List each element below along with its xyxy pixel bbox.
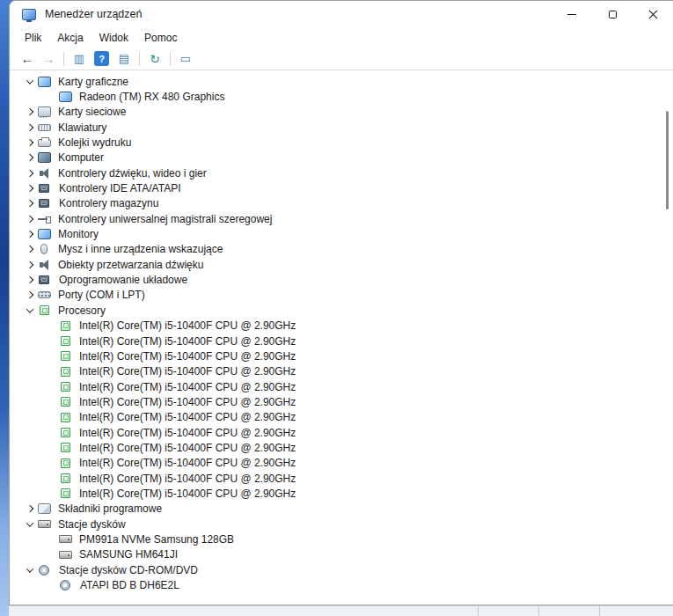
tree-row[interactable]: Karty sieciowe — [10, 105, 673, 120]
tree-item-label: Kontrolery IDE ATA/ATAPI — [57, 182, 181, 194]
monitor-icon — [38, 229, 51, 239]
tree-item-label: Intel(R) Core(TM) i5-10400F CPU @ 2.90GH… — [77, 335, 296, 348]
toolbar: ←→▥?▤↻▭ — [10, 48, 673, 70]
tree-row[interactable]: Karty graficzne — [10, 74, 673, 89]
tree-row[interactable]: Radeon (TM) RX 480 Graphics — [10, 89, 673, 104]
tree-row[interactable]: Mysz i inne urządzenia wskazujące — [10, 242, 673, 257]
tree-item-label: Stacje dysków CD-ROM/DVD — [57, 564, 198, 576]
taskbar[interactable] — [9, 605, 673, 616]
expander-chevron — [43, 319, 59, 334]
tree-row[interactable]: Oprogramowanie układowe — [10, 272, 673, 287]
tree-item-label: Kontrolery magazynu — [57, 197, 158, 209]
device-manager-app-icon — [22, 9, 36, 20]
tree-item-label: Kontrolery dźwięku, wideo i gier — [56, 167, 207, 180]
menu-item-widok[interactable]: Widok — [91, 30, 136, 46]
vertical-scrollbar-thumb[interactable] — [666, 111, 669, 209]
forward-button[interactable]: → — [38, 49, 59, 69]
display-adapter-icon — [38, 77, 51, 87]
tree-row[interactable]: Intel(R) Core(TM) i5-10400F CPU @ 2.90GH… — [10, 394, 673, 409]
device-tree: Karty graficzne Radeon (TM) RX 480 Graph… — [10, 70, 673, 605]
close-icon — [648, 10, 658, 19]
tree-row[interactable]: Kontrolery magazynu — [10, 196, 673, 211]
menu-item-plik[interactable]: Plik — [17, 30, 49, 46]
expander-chevron[interactable] — [22, 517, 38, 532]
tree-row[interactable]: Porty (COM i LPT) — [10, 288, 673, 303]
menubar: Plik Akcja Widok Pomoc — [10, 27, 673, 48]
expander-chevron[interactable] — [22, 257, 38, 272]
tree-row[interactable]: Intel(R) Core(TM) i5-10400F CPU @ 2.90GH… — [10, 456, 673, 471]
tree-row[interactable]: Kontrolery uniwersalnej magistrali szere… — [10, 211, 673, 226]
tree-row[interactable]: Intel(R) Core(TM) i5-10400F CPU @ 2.90GH… — [10, 334, 673, 348]
expander-chevron — [43, 410, 59, 425]
expander-chevron[interactable] — [22, 120, 38, 135]
processor-icon — [61, 397, 70, 407]
tree-row[interactable]: Intel(R) Core(TM) i5-10400F CPU @ 2.90GH… — [10, 425, 673, 440]
expander-chevron[interactable] — [22, 165, 38, 180]
expander-chevron — [43, 425, 59, 440]
tree-row[interactable]: Monitory — [10, 226, 673, 241]
firmware-icon — [39, 275, 49, 284]
tree-row[interactable]: Kolejki wydruku — [10, 135, 673, 150]
tree-row[interactable]: Intel(R) Core(TM) i5-10400F CPU @ 2.90GH… — [10, 379, 673, 394]
refresh-button[interactable]: ↻ — [144, 49, 165, 69]
tree-item-label: Obiekty przetwarzania dźwięku — [56, 259, 203, 271]
maximize-button[interactable] — [592, 1, 633, 27]
scan-hardware-button[interactable]: ▭ — [175, 49, 196, 69]
tree-row[interactable]: Kontrolery IDE ATA/ATAPI — [10, 180, 673, 195]
tree-row[interactable]: SAMSUNG HM641JI — [10, 547, 673, 562]
expander-chevron — [43, 348, 59, 363]
expander-chevron[interactable] — [22, 180, 38, 195]
tree-row[interactable]: Intel(R) Core(TM) i5-10400F CPU @ 2.90GH… — [10, 486, 673, 501]
tree-row[interactable]: Intel(R) Core(TM) i5-10400F CPU @ 2.90GH… — [10, 364, 673, 379]
tree-item-label: Kontrolery uniwersalnej magistrali szere… — [56, 213, 272, 225]
tree-item-label: PM991a NVMe Samsung 128GB — [77, 533, 234, 546]
tree-row[interactable]: Komputer — [10, 150, 673, 165]
tree-row[interactable]: Intel(R) Core(TM) i5-10400F CPU @ 2.90GH… — [10, 471, 673, 486]
expander-chevron[interactable] — [22, 211, 38, 226]
expander-chevron[interactable] — [22, 196, 38, 211]
expander-chevron[interactable] — [22, 135, 38, 150]
tree-row[interactable]: Intel(R) Core(TM) i5-10400F CPU @ 2.90GH… — [10, 348, 673, 363]
expander-chevron[interactable] — [22, 105, 38, 120]
sound-controller-icon — [38, 168, 51, 179]
close-button[interactable] — [633, 1, 673, 27]
tree-row[interactable]: Kontrolery dźwięku, wideo i gier — [10, 165, 673, 180]
expander-chevron[interactable] — [22, 242, 38, 257]
tree-row[interactable]: ATAPI BD B DH6E2L — [10, 577, 673, 592]
expander-chevron[interactable] — [22, 562, 38, 577]
tree-item-label: SAMSUNG HM641JI — [77, 548, 178, 561]
caption-buttons — [552, 1, 673, 27]
menu-item-akcja[interactable]: Akcja — [49, 30, 91, 46]
tree-row[interactable]: Składniki programowe — [10, 502, 673, 517]
properties-button[interactable]: ▤ — [113, 49, 135, 69]
expander-chevron[interactable] — [22, 303, 38, 318]
tree-row[interactable]: Intel(R) Core(TM) i5-10400F CPU @ 2.90GH… — [10, 410, 673, 425]
tree-row[interactable]: Obiekty przetwarzania dźwięku — [10, 257, 673, 272]
expander-chevron[interactable] — [22, 502, 38, 517]
tree-row[interactable]: Stacje dysków CD-ROM/DVD — [10, 562, 673, 577]
processor-icon — [61, 473, 70, 483]
tree-row[interactable]: Procesory — [10, 303, 673, 318]
expander-chevron[interactable] — [22, 74, 38, 89]
back-button[interactable]: ← — [17, 49, 38, 69]
expander-chevron[interactable] — [22, 150, 38, 165]
tree-item-label: Intel(R) Core(TM) i5-10400F CPU @ 2.90GH… — [77, 411, 296, 423]
processor-icon — [40, 305, 49, 315]
tree-row[interactable]: Intel(R) Core(TM) i5-10400F CPU @ 2.90GH… — [10, 319, 673, 334]
tree-item-label: Oprogramowanie układowe — [57, 274, 187, 286]
tree-row[interactable]: Intel(R) Core(TM) i5-10400F CPU @ 2.90GH… — [10, 440, 673, 455]
minimize-button[interactable] — [552, 1, 592, 27]
console-tree-button[interactable]: ▥ — [69, 49, 90, 69]
expander-chevron[interactable] — [22, 226, 38, 241]
disk-drive-icon — [38, 520, 51, 528]
tree-row[interactable]: Stacje dysków — [10, 517, 673, 532]
expander-chevron[interactable] — [22, 288, 38, 303]
expander-chevron[interactable] — [22, 272, 38, 287]
tree-item-label: Komputer — [56, 151, 104, 164]
audio-object-icon — [38, 260, 51, 270]
menu-item-pomoc[interactable]: Pomoc — [136, 30, 185, 46]
help-button[interactable]: ? — [94, 51, 109, 66]
expander-chevron — [43, 486, 59, 501]
tree-row[interactable]: PM991a NVMe Samsung 128GB — [10, 532, 673, 546]
tree-row[interactable]: Klawiatury — [10, 120, 673, 135]
